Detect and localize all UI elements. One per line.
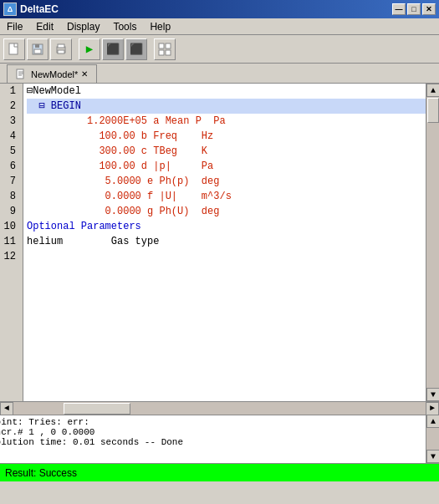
run-button[interactable]: ▶ <box>79 38 100 60</box>
status-log-area: Point: Tries: err:Incr.# 1 , 0 0.0000Sol… <box>0 415 439 463</box>
app-title: DeltaEC <box>20 3 59 15</box>
menu-help[interactable]: Help <box>143 19 177 34</box>
editor-line-10: Optional Parameters <box>27 219 426 234</box>
svg-rect-2 <box>35 44 39 48</box>
title-bar: Δ DeltaEC — □ ✕ <box>0 0 439 18</box>
result-bar: Result: Success <box>0 463 439 481</box>
status-scrollbar[interactable]: ▲ ▼ <box>426 415 439 463</box>
menu-tools[interactable]: Tools <box>106 19 143 34</box>
tab-newmodel[interactable]: NewModel* ✕ <box>7 64 97 83</box>
print-button[interactable] <box>50 38 72 60</box>
title-controls: — □ ✕ <box>392 3 436 15</box>
save-button[interactable] <box>27 38 48 60</box>
editor-line-5: 300.00 c TBeg K <box>27 144 426 159</box>
scroll-thumb-vertical[interactable] <box>427 98 439 123</box>
line-number-7: 7 <box>3 174 19 189</box>
editor-line-1: ⊟NewModel <box>27 84 426 99</box>
editor-area: 123456789101112 ⊟NewModel ⊟ BEGIN 1.2000… <box>0 84 439 401</box>
line-number-3: 3 <box>3 114 19 129</box>
status-line-1: Incr.# 1 , 0 0.0000 <box>0 427 422 437</box>
svg-rect-10 <box>166 50 171 55</box>
editor-line-6: 100.00 d |p| Pa <box>27 159 426 174</box>
status-log: Point: Tries: err:Incr.# 1 , 0 0.0000Sol… <box>0 415 426 463</box>
status-line-2: Solution time: 0.01 seconds -- Done <box>0 437 422 447</box>
result-text: Result: Success <box>5 467 77 479</box>
status-scroll-down[interactable]: ▼ <box>426 450 439 463</box>
editor-line-2: ⊟ BEGIN <box>27 99 426 114</box>
svg-rect-3 <box>34 49 41 53</box>
line-number-4: 4 <box>3 129 19 144</box>
status-line-0: Point: Tries: err: <box>0 417 422 427</box>
scroll-up-button[interactable]: ▲ <box>426 84 439 97</box>
editor-content[interactable]: ⊟NewModel ⊟ BEGIN 1.2000E+05 a Mean P Pa… <box>23 84 426 401</box>
line-number-2: 2 <box>3 99 19 114</box>
editor-line-11: helium Gas type <box>27 234 426 249</box>
scroll-down-button[interactable]: ▼ <box>426 388 439 401</box>
line-number-1: 1 <box>3 84 19 99</box>
svg-rect-5 <box>58 44 64 48</box>
maximize-button[interactable]: □ <box>407 3 421 15</box>
menu-file[interactable]: File <box>0 19 29 34</box>
svg-rect-6 <box>58 50 64 53</box>
scroll-track-horizontal <box>13 402 426 415</box>
line-number-12: 12 <box>3 249 19 264</box>
horizontal-scrollbar: ◄ ► <box>0 401 439 415</box>
line-number-10: 10 <box>3 219 19 234</box>
minimize-button[interactable]: — <box>392 3 406 15</box>
vertical-scrollbar[interactable]: ▲ ▼ <box>426 84 439 401</box>
app-icon: Δ <box>3 3 17 16</box>
svg-rect-7 <box>159 43 164 48</box>
line-number-8: 8 <box>3 189 19 204</box>
scroll-right-button[interactable]: ► <box>426 402 439 415</box>
title-bar-left: Δ DeltaEC <box>3 3 59 16</box>
scroll-thumb-horizontal[interactable] <box>64 403 130 415</box>
editor-line-7: 5.0000 e Ph(p) deg <box>27 174 426 189</box>
close-button[interactable]: ✕ <box>422 3 436 15</box>
editor-line-3: 1.2000E+05 a Mean P Pa <box>27 114 426 129</box>
svg-rect-9 <box>159 50 164 55</box>
line-number-9: 9 <box>3 204 19 219</box>
editor-line-4: 100.00 b Freq Hz <box>27 129 426 144</box>
editor-line-12 <box>27 249 426 264</box>
tab-close-button[interactable]: ✕ <box>81 69 88 79</box>
status-scroll-track <box>426 428 439 450</box>
tab-label: NewModel* <box>31 69 78 79</box>
line-number-5: 5 <box>3 144 19 159</box>
line-number-11: 11 <box>3 234 19 249</box>
toolbar: ▶ ⬛ ⬛ <box>0 35 439 64</box>
menu-display[interactable]: Display <box>60 19 106 34</box>
grid-button[interactable] <box>154 38 176 60</box>
tab-icon <box>16 69 28 80</box>
svg-rect-0 <box>9 43 18 54</box>
svg-rect-8 <box>166 43 171 48</box>
line-number-6: 6 <box>3 159 19 174</box>
menu-bar: File Edit Display Tools Help <box>0 18 439 35</box>
tab-bar: NewModel* ✕ <box>0 64 439 84</box>
scroll-left-button[interactable]: ◄ <box>0 402 13 415</box>
stop-button-2[interactable]: ⬛ <box>125 38 147 60</box>
scroll-track-vertical <box>426 97 439 388</box>
stop-button-1[interactable]: ⬛ <box>102 38 124 60</box>
status-scroll-up[interactable]: ▲ <box>426 415 439 428</box>
editor-line-8: 0.0000 f |U| m^3/s <box>27 189 426 204</box>
new-button[interactable] <box>3 38 25 60</box>
menu-edit[interactable]: Edit <box>29 19 60 34</box>
line-numbers: 123456789101112 <box>0 84 23 401</box>
editor-line-9: 0.0000 g Ph(U) deg <box>27 204 426 219</box>
